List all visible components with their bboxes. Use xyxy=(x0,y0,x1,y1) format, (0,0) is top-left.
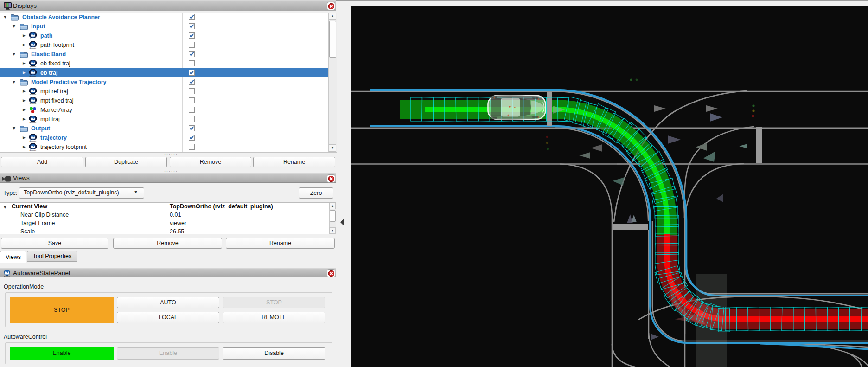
svg-text:Autoware: Autoware xyxy=(30,66,36,68)
svg-text:Autoware: Autoware xyxy=(30,75,36,77)
svg-text:Autoware: Autoware xyxy=(30,149,36,151)
svg-text:Autoware: Autoware xyxy=(30,122,36,123)
svg-text:Autoware: Autoware xyxy=(30,103,36,105)
svg-text:Autoware: Autoware xyxy=(30,140,36,142)
svg-text:Autoware: Autoware xyxy=(30,38,36,40)
svg-text:Autoware: Autoware xyxy=(30,94,36,96)
svg-text:Autoware: Autoware xyxy=(30,47,36,49)
svg-text:Autoware: Autoware xyxy=(4,276,10,277)
